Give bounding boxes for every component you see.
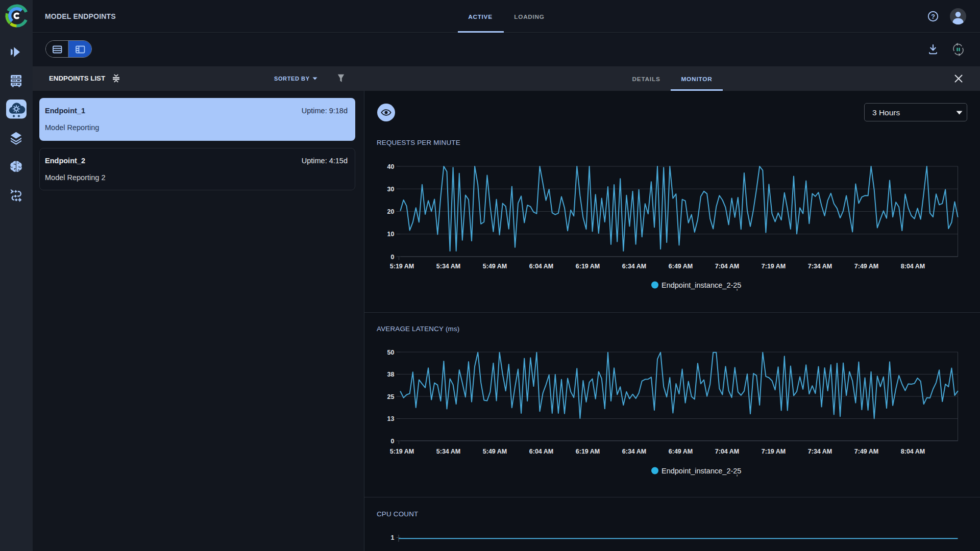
svg-text:7:49 AM: 7:49 AM bbox=[854, 448, 878, 455]
svg-text:5:19 AM: 5:19 AM bbox=[390, 263, 414, 270]
svg-text:6:49 AM: 6:49 AM bbox=[669, 448, 693, 455]
svg-text:40: 40 bbox=[387, 163, 395, 170]
svg-text:30: 30 bbox=[387, 186, 395, 193]
svg-text:6:49 AM: 6:49 AM bbox=[669, 263, 693, 270]
svg-text:50: 50 bbox=[387, 349, 395, 356]
svg-text:8:04 AM: 8:04 AM bbox=[901, 448, 925, 455]
svg-text:5:34 AM: 5:34 AM bbox=[436, 263, 460, 270]
svg-text:7:19 AM: 7:19 AM bbox=[762, 263, 786, 270]
svg-text:7:34 AM: 7:34 AM bbox=[808, 448, 832, 455]
svg-text:,: , bbox=[736, 283, 738, 291]
svg-text:38: 38 bbox=[387, 371, 395, 378]
svg-text:6:04 AM: 6:04 AM bbox=[529, 263, 553, 270]
svg-text:7:04 AM: 7:04 AM bbox=[715, 448, 739, 455]
svg-text:5:34 AM: 5:34 AM bbox=[436, 448, 460, 455]
svg-text:7:19 AM: 7:19 AM bbox=[762, 448, 786, 455]
svg-text:?: ? bbox=[931, 13, 935, 20]
svg-text:1: 1 bbox=[391, 534, 395, 541]
svg-text:,: , bbox=[736, 469, 738, 477]
svg-text:6:19 AM: 6:19 AM bbox=[576, 263, 600, 270]
svg-text:8:04 AM: 8:04 AM bbox=[901, 263, 925, 270]
svg-text:6:34 AM: 6:34 AM bbox=[622, 263, 646, 270]
svg-text:0: 0 bbox=[391, 438, 395, 445]
svg-text:Endpoint_instance_2-25: Endpoint_instance_2-25 bbox=[662, 281, 741, 289]
svg-text:5:49 AM: 5:49 AM bbox=[483, 448, 507, 455]
svg-text:20: 20 bbox=[387, 208, 395, 215]
svg-text:7:34 AM: 7:34 AM bbox=[808, 263, 832, 270]
svg-text:6:34 AM: 6:34 AM bbox=[622, 448, 646, 455]
svg-text:5:49 AM: 5:49 AM bbox=[483, 263, 507, 270]
svg-text:7:04 AM: 7:04 AM bbox=[715, 263, 739, 270]
svg-text:7:49 AM: 7:49 AM bbox=[854, 263, 878, 270]
svg-text:6:04 AM: 6:04 AM bbox=[529, 448, 553, 455]
svg-text:10: 10 bbox=[387, 231, 395, 238]
svg-text:0: 0 bbox=[391, 254, 395, 261]
svg-text:6:19 AM: 6:19 AM bbox=[576, 448, 600, 455]
svg-text:Endpoint_instance_2-25: Endpoint_instance_2-25 bbox=[662, 467, 741, 475]
svg-text:25: 25 bbox=[387, 393, 395, 400]
svg-text:13: 13 bbox=[387, 415, 395, 422]
svg-text:5:19 AM: 5:19 AM bbox=[390, 448, 414, 455]
